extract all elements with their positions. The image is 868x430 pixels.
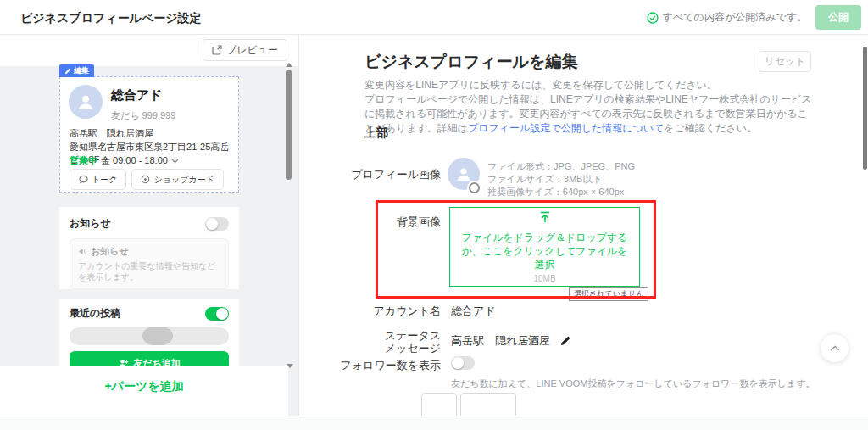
recent-posts-title: 最近の投稿 xyxy=(70,306,120,321)
intro-line1: 変更内容をLINEアプリに反映するには、変更を保存して公開してください。 xyxy=(364,79,717,91)
notice-card-title: お知らせ xyxy=(91,245,129,258)
publish-status-text: すべての内容が公開済みです。 xyxy=(663,10,807,25)
add-parts-area: +パーツを追加 xyxy=(0,366,288,416)
notice-section-card: お知らせ お知らせ アカウントの重要な情報や告知などを表示します。 xyxy=(59,207,239,289)
preview-button[interactable]: プレビュー xyxy=(203,39,287,61)
notice-section-title: お知らせ xyxy=(70,216,111,231)
spec-file-format: ファイル形式：JPG、JPEG、PNG xyxy=(487,160,635,173)
bottom-edge-band xyxy=(0,416,868,430)
shop-card-button[interactable]: ショップカード xyxy=(131,169,223,190)
pencil-icon xyxy=(64,68,71,75)
edit-badge[interactable]: 編集 xyxy=(59,64,94,77)
chevron-up-icon xyxy=(830,345,840,351)
hours-text: 金 09:00 - 18:00 xyxy=(101,154,168,167)
status-message-value: 高岳駅 隠れ居酒屋 xyxy=(451,333,570,349)
status-message-label-line2: メッセージ xyxy=(331,341,441,356)
upload-icon xyxy=(538,210,552,224)
editor-title: ビジネスプロフィールを編集 xyxy=(364,51,577,73)
scroll-to-top-button[interactable] xyxy=(821,334,849,362)
open-preview-icon xyxy=(212,45,222,55)
editor-panel: ビジネスプロフィールを編集 リセット 変更内容をLINEアプリに反映するには、変… xyxy=(299,35,868,416)
profile-preview-card[interactable]: 編集 総合アド 友だち 999,999 高岳駅 隠れ居酒屋 愛知県名古屋市東区泉… xyxy=(59,76,239,193)
published-info-link[interactable]: プロフィール設定で公開した情報について xyxy=(468,122,664,134)
notice-card-description: アカウントの重要な情報や告知などを表示します。 xyxy=(78,260,220,282)
profile-action-buttons: トーク ショップカード xyxy=(70,169,224,190)
check-circle-icon xyxy=(647,12,659,24)
shop-card-icon xyxy=(141,175,150,184)
file-not-selected-tooltip: 選択されていません xyxy=(569,287,648,301)
open-badge: 営業中 xyxy=(70,154,97,167)
preview-scrollbar-up-arrow[interactable] xyxy=(286,63,292,67)
preview-panel: プレビュー 編集 総合アド 友だち 999,999 高岳駅 隠れ居酒屋 愛知県名… xyxy=(0,35,298,416)
account-name-label: アカウント名 xyxy=(331,304,441,319)
account-name: 総合アド xyxy=(111,87,163,103)
spec-recommended-size: 推奨画像サイズ：640px × 640px xyxy=(487,186,635,198)
profile-avatar xyxy=(69,85,103,119)
spec-file-size: ファイルサイズ：3MB以下 xyxy=(487,173,635,186)
profile-image-label: プロフィール画像 xyxy=(331,167,441,182)
megaphone-icon xyxy=(78,247,87,256)
header-actions: すべての内容が公開済みです。 公開 xyxy=(647,0,861,35)
background-image-dropzone[interactable]: ファイルをドラッグ＆ドロップするか、ここをクリックしてファイルを選択 10MB xyxy=(449,207,640,287)
preview-toolbar: プレビュー xyxy=(0,35,298,66)
post-placeholder-blob xyxy=(142,327,173,345)
line-profile-settings-page: ビジネスプロフィールページ設定 すべての内容が公開済みです。 公開 プレビュー xyxy=(0,0,868,430)
recent-posts-card: 最近の投稿 友だち追加 xyxy=(59,299,239,366)
dropzone-text: ファイルをドラッグ＆ドロップするか、ここをクリックしてファイルを選択 xyxy=(460,231,630,271)
chat-bubble-icon xyxy=(79,175,88,184)
preview-scrollbar-down-arrow[interactable] xyxy=(287,364,293,368)
page-title: ビジネスプロフィールページ設定 xyxy=(20,11,202,26)
publish-button[interactable]: 公開 xyxy=(815,5,861,30)
follower-display-description: 友だち数に加えて、LINE VOOM投稿をフォローしているフォロワー数を表示しま… xyxy=(451,377,824,390)
notice-placeholder-card: お知らせ アカウントの重要な情報や告知などを表示します。 xyxy=(70,238,229,289)
chevron-down-icon xyxy=(171,159,179,164)
profile-image-specs: ファイル形式：JPG、JPEG、PNG ファイルサイズ：3MB以下 推奨画像サイ… xyxy=(487,160,635,198)
follower-display-label: フォロワー数を表示 xyxy=(331,358,441,373)
page-scrollbar-thumb[interactable] xyxy=(863,47,867,170)
publish-status: すべての内容が公開済みです。 xyxy=(647,10,807,25)
talk-button[interactable]: トーク xyxy=(70,169,126,190)
intro-line3: をご確認ください。 xyxy=(664,122,757,134)
reset-button[interactable]: リセット xyxy=(759,51,811,72)
post-placeholder xyxy=(70,327,229,345)
dropzone-size-limit: 10MB xyxy=(533,274,555,283)
follower-display-toggle[interactable] xyxy=(451,356,475,370)
preview-scrollbar-thumb[interactable] xyxy=(286,70,292,180)
edit-status-pencil-icon[interactable] xyxy=(560,336,570,346)
status-message-text: 高岳駅 隠れ居酒屋 xyxy=(70,127,153,140)
section-heading-top: 上部 xyxy=(364,126,388,141)
editor-intro: 変更内容をLINEアプリに反映するには、変更を保存して公開してください。 プロフ… xyxy=(364,78,814,136)
recent-posts-toggle[interactable] xyxy=(205,307,229,321)
background-image-label: 背景画像 xyxy=(331,215,441,230)
top-header: ビジネスプロフィールページ設定 すべての内容が公開済みです。 公開 xyxy=(0,0,868,35)
notice-toggle[interactable] xyxy=(205,217,229,231)
friends-count: 友だち 999,999 xyxy=(111,109,175,122)
camera-badge-icon[interactable] xyxy=(469,182,480,193)
account-name-value: 総合アド xyxy=(451,304,496,319)
business-hours-row[interactable]: 営業中 金 09:00 - 18:00 xyxy=(70,154,179,167)
add-parts-link[interactable]: +パーツを追加 xyxy=(0,379,288,394)
